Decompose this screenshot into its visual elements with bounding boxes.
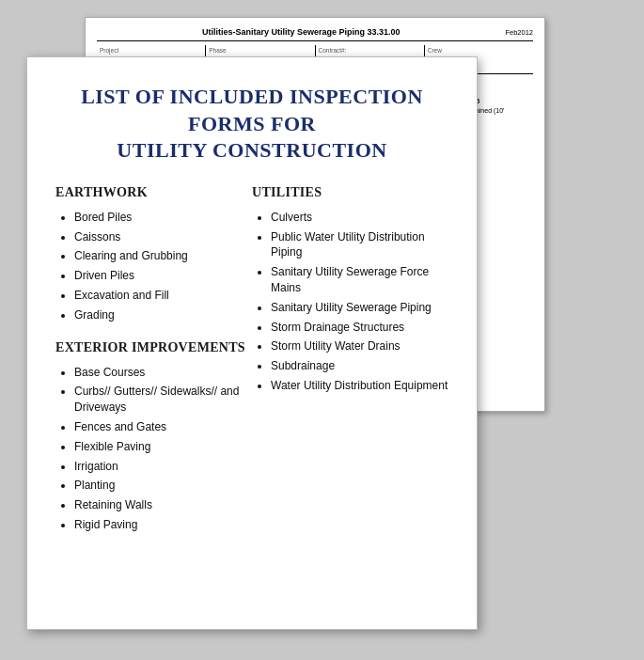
phase-label: Phase [209, 47, 311, 54]
earthwork-heading: Earthwork [55, 185, 252, 200]
form-date: Feb2012 [505, 28, 533, 37]
exterior-list: Base Courses Curbs// Gutters// Sidewalks… [55, 365, 252, 533]
list-item: Water Utility Distribution Equipment [271, 378, 448, 394]
earthwork-list: Bored Piles Caissons Clearing and Grubbi… [55, 210, 252, 323]
list-item: Flexible Paving [74, 439, 252, 455]
list-item: Curbs// Gutters// Sidewalks// and Drivew… [74, 384, 252, 416]
list-item: Irrigation [74, 459, 252, 475]
list-item: Caissons [74, 229, 252, 245]
two-col-list: Earthwork Bored Piles Caissons Clearing … [55, 185, 448, 550]
list-item: Fences and Gates [74, 419, 252, 435]
utilities-heading: Utilities [252, 185, 448, 200]
crew-label: Crew [428, 47, 530, 54]
utilities-list: Culverts Public Water Utility Distributi… [252, 210, 448, 394]
form-title: Utilities-Sanitary Utility Sewerage Pipi… [97, 27, 505, 37]
right-list-col: Utilities Culverts Public Water Utility … [252, 185, 448, 550]
list-item: Bored Piles [74, 210, 252, 226]
list-item: Planting [74, 478, 252, 494]
list-item: Rigid Paving [74, 517, 252, 533]
list-item: Excavation and Fill [74, 288, 252, 304]
list-item: Retaining Walls [74, 497, 252, 513]
list-item: Public Water Utility Distribution Piping [271, 229, 448, 261]
list-item: Storm Utility Water Drains [271, 338, 448, 354]
list-item: Culverts [271, 210, 448, 226]
title-line1: List of Included Inspection Forms for [81, 85, 423, 135]
title-line2: Utility Construction [117, 138, 386, 162]
left-list-col: Earthwork Bored Piles Caissons Clearing … [55, 185, 252, 550]
list-item: Sanitary Utility Sewerage Force Mains [271, 264, 448, 296]
list-item: Storm Drainage Structures [271, 320, 448, 336]
front-document: List of Included Inspection Forms for Ut… [26, 56, 478, 630]
contract-label: Contract#: [319, 47, 421, 54]
form-title-row: Utilities-Sanitary Utility Sewerage Pipi… [97, 27, 533, 41]
list-item: Grading [74, 307, 252, 323]
project-label: Project [100, 47, 202, 54]
list-item: Subdrainage [271, 358, 448, 374]
list-item: Driven Piles [74, 268, 252, 284]
main-title: List of Included Inspection Forms for Ut… [55, 84, 448, 165]
list-item: Clearing and Grubbing [74, 248, 252, 264]
exterior-heading: Exterior Improvements [55, 340, 252, 355]
list-item: Sanitary Utility Sewerage Piping [271, 300, 448, 316]
list-item: Base Courses [74, 365, 252, 381]
